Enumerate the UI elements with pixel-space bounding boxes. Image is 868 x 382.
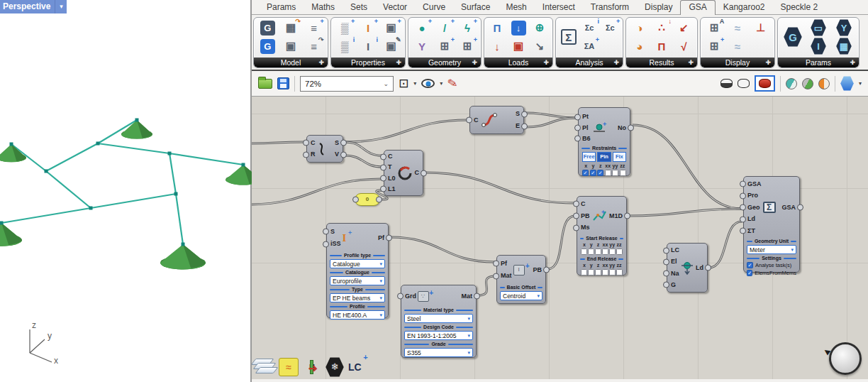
- create-member1d-icon[interactable]: ϟ+: [459, 19, 476, 36]
- profile-info-icon[interactable]: Ii: [360, 38, 377, 55]
- list-info-icon[interactable]: ≡↷: [306, 38, 323, 55]
- port-Mat[interactable]: Mat: [501, 271, 512, 280]
- port-C[interactable]: C: [311, 138, 316, 148]
- tab-vector[interactable]: Vector: [375, 1, 415, 14]
- group-expand-icon[interactable]: ✚: [396, 59, 401, 66]
- basic-offset-dropdown[interactable]: Centroid: [500, 291, 542, 300]
- port-Pf[interactable]: Pf: [378, 234, 384, 243]
- annotate-detail-icon[interactable]: ⊞+: [706, 38, 723, 55]
- zoom-extents-arrow-icon[interactable]: ▾: [413, 80, 416, 87]
- catalogue-dropdown[interactable]: Europrofile: [330, 276, 385, 285]
- viewport-title[interactable]: Perspective ▾: [0, 0, 67, 13]
- face-load-icon[interactable]: ↘: [531, 38, 548, 55]
- port-El[interactable]: El: [671, 257, 677, 266]
- port-Pf[interactable]: Pf: [501, 259, 507, 268]
- hexagon-dropdown-icon[interactable]: ▾: [859, 80, 862, 87]
- port-Pro[interactable]: Pro: [747, 191, 758, 200]
- viewport-dropdown-icon[interactable]: ▾: [55, 0, 67, 13]
- select-results-icon[interactable]: ◕: [631, 38, 648, 55]
- curve-component[interactable]: CR SV: [306, 135, 343, 163]
- zoom-combo[interactable]: 72% ⌄: [300, 76, 394, 92]
- port-No[interactable]: No: [618, 124, 626, 133]
- grasshopper-canvas[interactable]: CR SV C SE: [252, 97, 868, 379]
- type-dropdown[interactable]: EP HE beams: [330, 293, 385, 302]
- wireframe-preview-icon[interactable]: [720, 79, 733, 88]
- tab-gsa[interactable]: GSA: [680, 0, 715, 15]
- gumball-green-icon[interactable]: [802, 78, 813, 89]
- checkbox[interactable]: [620, 170, 626, 176]
- point-results-icon[interactable]: ∴↓: [653, 19, 670, 36]
- tab-transform[interactable]: Transform: [583, 1, 637, 14]
- profile-type-dropdown[interactable]: Catalogue: [330, 259, 385, 268]
- create-analysis-task-icon[interactable]: Σc+: [601, 19, 618, 36]
- port-Geo[interactable]: Geo: [747, 203, 760, 212]
- checkbox[interactable]: [602, 249, 608, 255]
- port-Ld[interactable]: Ld: [747, 214, 755, 224]
- create-section-component[interactable]: PfMat I+ PB Basic Offset Centroid: [496, 255, 546, 304]
- group-expand-icon[interactable]: ✚: [688, 59, 694, 66]
- elems-from-mems-checkbox[interactable]: ✓: [747, 270, 752, 276]
- analysis-task-info-icon[interactable]: Σci: [581, 19, 598, 36]
- rhino-viewport[interactable]: Perspective ▾ zyx: [0, 0, 252, 382]
- port-S[interactable]: S: [335, 138, 339, 148]
- create-grid-plane-icon[interactable]: ⊞+: [436, 38, 453, 55]
- material-type-dropdown[interactable]: Steel: [404, 314, 473, 323]
- tab-surface[interactable]: Surface: [453, 1, 498, 14]
- annotate-icon[interactable]: ⊞A: [706, 19, 723, 36]
- port-Na[interactable]: Na: [671, 269, 679, 278]
- group-expand-icon[interactable]: ✚: [765, 59, 771, 66]
- port-M1D[interactable]: M1D: [609, 212, 623, 221]
- checkbox[interactable]: [588, 249, 594, 255]
- restraint-checkboxes[interactable]: ✓✓✓: [582, 170, 627, 176]
- create-profile-component[interactable]: SiSS I+ Pf Profile type Catalogue Catalo…: [326, 223, 389, 318]
- snowflake-widget[interactable]: ❄: [326, 357, 344, 377]
- checkbox[interactable]: [609, 249, 616, 255]
- tab-curve[interactable]: Curve: [415, 1, 453, 14]
- port-S[interactable]: S: [516, 109, 520, 119]
- gumball-orange-icon[interactable]: [818, 78, 830, 89]
- node-load-icon[interactable]: ⊕: [531, 19, 548, 36]
- gumball-teal-icon[interactable]: [786, 78, 797, 89]
- port-S[interactable]: S: [330, 227, 335, 236]
- preview-mesh-icon[interactable]: ≈: [729, 38, 746, 55]
- node-param-icon[interactable]: Y: [836, 19, 852, 36]
- scribble-widget[interactable]: ≈: [279, 358, 299, 376]
- contour-results-icon[interactable]: ◑: [631, 19, 648, 36]
- create-gravity-load-component[interactable]: LCElNaG Ld: [667, 243, 708, 293]
- scale-deformation-icon[interactable]: ⊥: [752, 19, 769, 36]
- tab-display[interactable]: Display: [637, 1, 680, 14]
- create-combination-icon[interactable]: ΣA+: [581, 38, 598, 55]
- port-C[interactable]: C: [581, 200, 586, 209]
- design-code-dropdown[interactable]: EN 1993-1-1:2005: [404, 331, 473, 340]
- port-Grd[interactable]: Grd: [405, 292, 416, 301]
- port-R[interactable]: R: [311, 150, 316, 159]
- thermal-2d-load-icon[interactable]: ▣: [510, 38, 527, 55]
- titles-icon[interactable]: ▣: [282, 38, 299, 55]
- profile-param-icon[interactable]: I: [811, 38, 826, 55]
- create-spring-icon[interactable]: Y: [413, 38, 430, 55]
- checkbox[interactable]: [609, 269, 616, 275]
- port-B6[interactable]: B6: [582, 134, 591, 143]
- port-iSS[interactable]: iSS: [330, 239, 341, 249]
- sketch-pen-icon[interactable]: ✎: [447, 75, 460, 92]
- checkbox[interactable]: ✓: [597, 170, 603, 176]
- preview-3d-sections-icon[interactable]: ≈: [729, 19, 746, 36]
- grade-dropdown[interactable]: S355: [404, 348, 473, 357]
- port-T[interactable]: T: [388, 163, 392, 172]
- port-C[interactable]: C: [415, 168, 420, 178]
- create-list-icon[interactable]: ≡+: [306, 19, 323, 36]
- thermal-1d-load-icon[interactable]: ↓: [489, 38, 506, 55]
- tab-speckle-2[interactable]: Speckle 2: [772, 1, 825, 14]
- panel-param-icon[interactable]: ▭: [811, 19, 826, 36]
- checkbox[interactable]: ✓: [590, 170, 596, 176]
- checkbox[interactable]: [595, 249, 601, 255]
- tab-params[interactable]: Params: [259, 1, 304, 14]
- analyse-model-icon[interactable]: Σ: [561, 29, 577, 45]
- checkbox[interactable]: [616, 249, 623, 255]
- preview-eye-arrow-icon[interactable]: ▾: [440, 80, 443, 87]
- profile-dropdown[interactable]: HE HE400.A: [330, 310, 385, 320]
- hexagon-param-icon[interactable]: [840, 76, 854, 91]
- create-material-component[interactable]: Grd ∵+ Mat Material type Steel Design Co…: [401, 285, 477, 358]
- shaded-preview-selected[interactable]: [755, 75, 775, 92]
- checkbox[interactable]: [602, 269, 608, 275]
